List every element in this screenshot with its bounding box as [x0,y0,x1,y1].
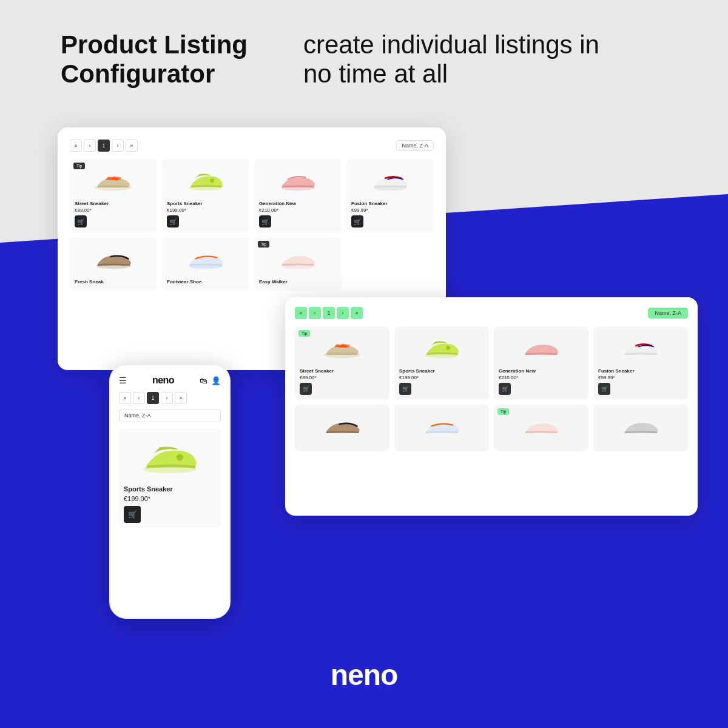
tip-badge-1: Tip [73,163,85,169]
product-card-fresh: Fresh Sneak [70,237,157,291]
mobile-next-btn[interactable]: › [161,392,173,404]
product-card-2-sports: Sports Sneaker €199.00* 🛒 [394,326,489,400]
mobile-first-btn[interactable]: « [119,392,131,404]
product-name-2-sports: Sports Sneaker [399,368,484,374]
shoe-img-2-easy [499,410,584,443]
mobile-nav: ☰ neno 🛍 👤 [119,375,221,386]
pagination-bar-1: « ‹ 1 › » Name, Z-A [70,140,434,152]
product-price-street: €89.00* [75,207,152,213]
mobile-current-btn[interactable]: 1 [147,392,159,404]
shoe-img-street [75,164,152,197]
product-price-sports: €199.00* [167,207,244,213]
shoe-img-gen [259,164,337,197]
product-name-fusion: Fusion Sneaker [351,201,429,206]
prev-page-btn-2[interactable]: ‹ [309,307,321,319]
menu-icon[interactable]: ☰ [119,376,127,385]
shoe-icon-2-easy [520,414,562,439]
product-grid-1: Tip Street Sneaker €89.00* 🛒 [70,159,434,291]
cart-icon-2-3: 🛒 [502,386,508,392]
shoe-img-2-fusion [598,331,683,365]
shoe-icon-2-sports [420,336,463,360]
shoe-img-footwear [167,242,244,275]
shoe-icon-easy [277,247,319,271]
user-mobile-icon[interactable]: 👤 [211,376,221,385]
shoe-icon-2-fresh [321,414,363,439]
first-page-btn[interactable]: « [70,140,82,152]
cart-btn-fusion[interactable]: 🛒 [351,215,363,228]
cart-btn-gen[interactable]: 🛒 [259,215,271,228]
product-card-2-fusion: Fusion Sneaker €99.99* 🛒 [593,326,688,400]
next-page-btn-2[interactable]: › [337,307,349,319]
product-name-2-gen: Generation New [499,368,584,374]
mobile-logo: neno [152,375,174,386]
cart-btn-2-sports[interactable]: 🛒 [399,383,411,395]
shoe-icon-footwear [184,247,227,271]
product-name-2-street: Street Sneaker [300,368,385,374]
shoe-icon-gen [277,169,319,193]
product-card-gen: Generation New €210.00* 🛒 [254,159,342,232]
prev-page-btn[interactable]: ‹ [84,140,96,152]
mobile-last-btn[interactable]: » [175,392,187,404]
cart-btn-2-street[interactable]: 🛒 [300,383,312,395]
product-name-gen: Generation New [259,201,337,206]
shoe-icon-street [92,169,135,193]
product-price-2-street: €89.00* [300,375,385,380]
shoe-img-fusion [351,164,429,197]
shoe-img-2-footwear [399,410,484,443]
shoe-icon-sports [184,169,227,193]
shoe-icon-2-street [321,336,363,360]
cart-icon-4: 🛒 [354,218,361,225]
mobile-prev-btn[interactable]: ‹ [133,392,145,404]
next-page-btn[interactable]: › [112,140,124,152]
shoe-icon-2-sport-pro [619,414,662,439]
current-page-btn[interactable]: 1 [98,140,110,152]
shoe-img-2-gen [499,331,584,365]
product-name-fresh: Fresh Sneak [75,279,152,285]
shoe-img-easy [259,242,337,275]
shoe-icon-fresh [92,247,135,271]
cart-btn-2-gen[interactable]: 🛒 [499,383,511,395]
mobile-product-price: €199.00* [124,495,216,502]
product-name-footwear: Footwear Shoe [167,279,244,285]
brand-name-bottom: neno [331,658,398,692]
first-page-btn-2[interactable]: « [295,307,307,319]
mobile-cart-btn[interactable]: 🛒 [124,506,141,523]
shoe-icon-2-gen [520,336,562,360]
product-card-2-sport-pro [593,405,688,451]
mobile-sort-dropdown[interactable]: Name, Z-A [119,409,221,422]
current-page-btn-2[interactable]: 1 [323,307,335,319]
last-page-btn-2[interactable]: » [351,307,363,319]
cart-btn-2-fusion[interactable]: 🛒 [598,383,610,395]
shoe-img-2-fresh [300,410,385,443]
shoe-img-fresh [75,242,152,275]
mobile-cart-icon: 🛒 [128,510,137,519]
pagination-controls-2: « ‹ 1 › » [295,307,363,319]
sort-dropdown-1[interactable]: Name, Z-A [396,140,434,151]
product-grid-2: Tip Street Sneaker €89.00* 🛒 [295,326,688,451]
cart-btn-street[interactable]: 🛒 [75,215,87,228]
cart-mobile-icon[interactable]: 🛍 [200,376,207,385]
product-card-2-fresh [295,405,389,451]
mobile-product-name: Sports Sneaker [124,485,216,493]
pagination-controls-1: « ‹ 1 › » [70,140,138,152]
shoe-icon-fusion [369,169,411,193]
product-card-easy: Tip Easy Walker [254,237,342,291]
product-name-2-fusion: Fusion Sneaker [598,368,683,374]
svg-point-10 [446,346,450,350]
product-name-easy: Easy Walker [259,279,337,285]
shoe-img-2-street [300,331,385,365]
svg-point-2 [210,178,214,183]
pagination-bar-2: « ‹ 1 › » Name, Z-A [295,307,688,319]
cart-icon-2-2: 🛒 [402,386,409,392]
sort-dropdown-2[interactable]: Name, Z-A [648,308,688,318]
cart-icon-3: 🛒 [261,218,269,225]
last-page-btn[interactable]: » [126,140,138,152]
product-card-2-easy: Tip [494,405,588,451]
cart-btn-sports[interactable]: 🛒 [167,215,179,228]
page-title: Product Listing Configurator [61,30,267,89]
product-card-sports: Sports Sneaker €199.00* 🛒 [162,159,249,232]
product-price-gen: €210.00* [259,207,337,213]
product-card-2-gen: Generation New €210.00* 🛒 [494,326,588,400]
product-card-footwear: Footwear Shoe [162,237,249,291]
tip-badge-green-2: Tip [497,408,509,415]
